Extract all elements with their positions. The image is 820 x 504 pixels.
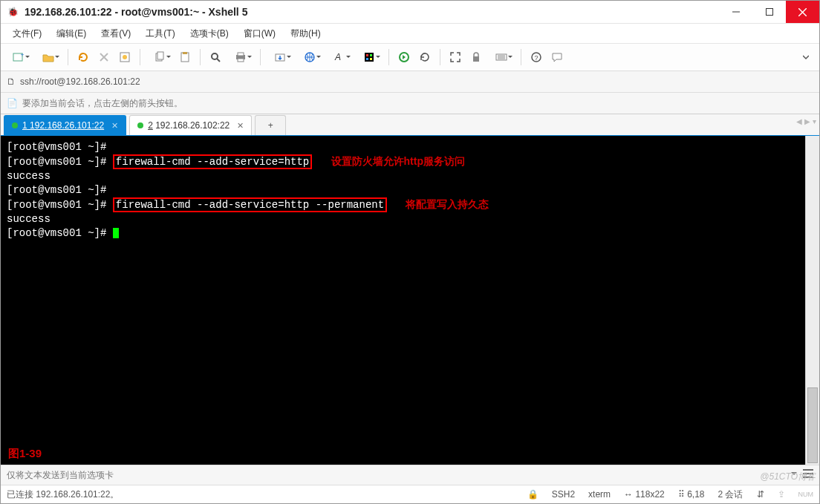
tab-index: 2 [148, 120, 153, 131]
copy-button[interactable] [146, 46, 173, 68]
toolbar-separator [521, 49, 521, 65]
keyboard-button[interactable] [488, 46, 515, 68]
menu-tools[interactable]: 工具(T) [138, 26, 182, 42]
fullscreen-button[interactable] [446, 46, 464, 68]
status-termtype: xterm [588, 489, 611, 500]
figure-label: 图1-39 [8, 446, 42, 460]
font-button[interactable]: A [326, 46, 353, 68]
tab-session-2[interactable]: 2 192.168.26.102:22 ✕ [129, 115, 252, 135]
tab-label: 192.168.26.101:22 [30, 120, 104, 131]
svg-rect-25 [366, 58, 368, 60]
addressbar: 🗋 ssh://root@192.168.26.101:22 [1, 71, 819, 93]
close-button[interactable] [786, 1, 819, 23]
tab-close-icon[interactable]: ✕ [237, 121, 244, 131]
send-bar-hint: 仅将文本发送到当前选项卡 [7, 469, 114, 482]
svg-rect-23 [366, 54, 368, 56]
annotation-text: 设置防火墙允许http服务访问 [331, 155, 465, 167]
new-session-button[interactable]: ＋ [5, 46, 32, 68]
app-icon: 🐞 [7, 6, 19, 18]
titlebar: 🐞 192.168.26.101:22 - root@vms001:~ - Xs… [1, 1, 819, 23]
status-dot-icon [12, 122, 18, 128]
svg-text:A: A [334, 52, 341, 62]
print-button[interactable] [227, 46, 254, 68]
annotation-text: 将配置写入持久态 [406, 198, 489, 210]
toolbar-separator [68, 49, 68, 65]
lock-button[interactable] [467, 46, 485, 68]
web-button[interactable] [296, 46, 323, 68]
disconnect-button[interactable] [95, 46, 113, 68]
open-session-button[interactable] [35, 46, 62, 68]
toolbar-separator [260, 49, 261, 65]
tab-add-button[interactable]: + [255, 115, 286, 135]
toolbar-separator [388, 49, 389, 65]
status-num-icon: NUM [798, 491, 814, 498]
svg-rect-28 [473, 56, 479, 62]
status-protocol: SSH2 [552, 489, 575, 500]
status-sessions: 2 会话 [718, 488, 743, 501]
svg-point-14 [212, 53, 218, 59]
menu-tabs[interactable]: 选项卡(B) [183, 26, 236, 42]
maximize-button[interactable] [752, 1, 786, 23]
chat-button[interactable] [548, 46, 566, 68]
help-button[interactable]: ? [527, 46, 545, 68]
send-bar[interactable]: 仅将文本发送到当前选项卡 [1, 465, 819, 485]
toolbar-separator [200, 49, 201, 65]
refresh-button[interactable] [416, 46, 434, 68]
find-button[interactable] [206, 46, 224, 68]
toolbar-separator [140, 49, 140, 65]
toolbar: ＋ A ? [1, 44, 819, 71]
address-text[interactable]: ssh://root@192.168.26.101:22 [20, 76, 140, 87]
terminal[interactable]: [root@vms001 ~]# [root@vms001 ~]# firewa… [1, 136, 805, 465]
session-hint-text: 要添加当前会话，点击左侧的箭头按钮。 [22, 97, 183, 110]
status-arrows-icon: ⇵ [757, 489, 764, 500]
bookmark-icon[interactable]: 📄 [7, 98, 18, 108]
status-connected: 已连接 192.168.26.101:22。 [7, 488, 119, 501]
svg-text:?: ? [535, 54, 538, 62]
scroll-thumb[interactable] [807, 387, 818, 463]
menu-file[interactable]: 文件(F) [5, 26, 49, 42]
transfer-button[interactable] [267, 46, 293, 68]
menu-view[interactable]: 查看(V) [94, 26, 138, 42]
menu-edit[interactable]: 编辑(E) [49, 26, 94, 42]
svg-rect-1 [766, 9, 772, 16]
terminal-area: [root@vms001 ~]# [root@vms001 ~]# firewa… [1, 136, 819, 465]
menu-help[interactable]: 帮助(H) [283, 26, 328, 42]
cursor [113, 228, 119, 238]
tab-close-icon[interactable]: ✕ [111, 121, 118, 131]
minimize-button[interactable] [719, 1, 752, 23]
status-cursor-pos: ⠿ 6,18 [678, 489, 705, 500]
status-cap-icon: ⇪ [778, 489, 785, 500]
tab-index: 1 [22, 120, 27, 131]
tab-label: 192.168.26.102:22 [155, 120, 230, 131]
app-window: 🐞 192.168.26.101:22 - root@vms001:~ - Xs… [0, 0, 820, 504]
paste-button[interactable] [176, 46, 194, 68]
watermark: @51CTO博客 [760, 471, 816, 483]
properties-button[interactable] [116, 46, 134, 68]
menubar: 文件(F) 编辑(E) 查看(V) 工具(T) 选项卡(B) 窗口(W) 帮助(… [1, 23, 819, 44]
svg-rect-18 [238, 59, 244, 62]
command-highlight: firewall-cmd --add-service=http [113, 154, 312, 169]
vertical-scrollbar[interactable] [805, 136, 819, 465]
script-button[interactable] [395, 46, 413, 68]
status-dot-icon [137, 122, 143, 128]
session-hint-bar: 📄 要添加当前会话，点击左侧的箭头按钮。 [1, 93, 819, 114]
svg-point-9 [123, 55, 127, 59]
window-buttons [719, 1, 819, 23]
status-size: ↔ 118x22 [624, 489, 665, 500]
svg-rect-24 [370, 54, 372, 56]
toolbar-overflow-button[interactable] [797, 46, 815, 68]
reconnect-button[interactable] [74, 46, 92, 68]
svg-rect-11 [157, 52, 163, 59]
svg-rect-13 [183, 52, 187, 54]
command-highlight: firewall-cmd --add-service=http --perman… [113, 197, 387, 212]
svg-rect-22 [365, 53, 374, 62]
status-lock-icon: 🔒 [527, 489, 538, 500]
color-button[interactable] [356, 46, 383, 68]
statusbar: 已连接 192.168.26.101:22。 🔒 SSH2 xterm ↔ 11… [1, 485, 819, 503]
svg-line-15 [217, 59, 220, 62]
tab-nav-arrows[interactable]: ◀ ▶ ▾ [796, 117, 816, 125]
svg-text:＋: ＋ [19, 51, 25, 58]
menu-window[interactable]: 窗口(W) [236, 26, 283, 42]
tabbar: 1 192.168.26.101:22 ✕ 2 192.168.26.102:2… [1, 114, 819, 136]
tab-session-1[interactable]: 1 192.168.26.101:22 ✕ [4, 115, 126, 135]
